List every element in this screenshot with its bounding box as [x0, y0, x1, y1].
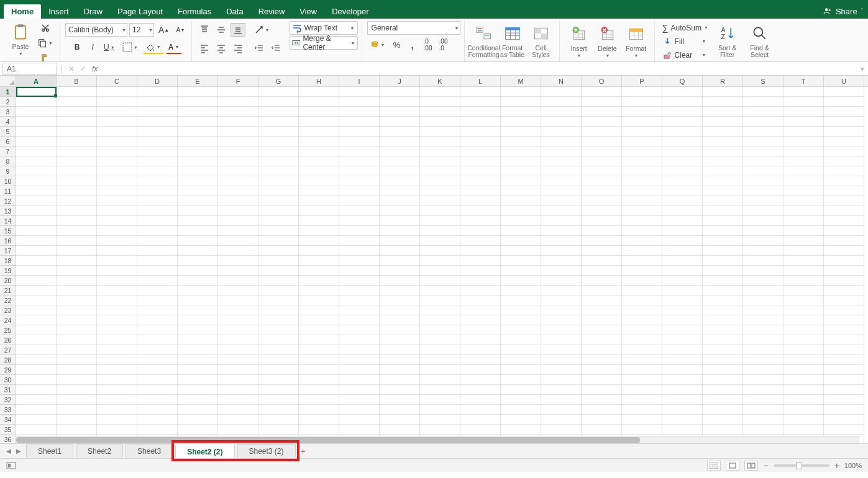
cell[interactable]	[824, 236, 864, 246]
cell[interactable]	[783, 335, 824, 345]
cell[interactable]	[783, 176, 824, 186]
cell[interactable]	[57, 107, 97, 117]
cell-styles-button[interactable]: Cell Styles	[527, 23, 555, 60]
cell[interactable]	[622, 425, 662, 435]
cell[interactable]	[339, 206, 380, 216]
cell[interactable]	[218, 147, 258, 156]
cell[interactable]	[662, 325, 703, 335]
cell[interactable]	[824, 325, 864, 335]
cell[interactable]	[137, 226, 178, 236]
cell[interactable]	[57, 127, 97, 137]
cell[interactable]	[622, 196, 662, 206]
cell[interactable]	[703, 405, 743, 415]
cell[interactable]	[541, 405, 582, 415]
cell[interactable]	[703, 355, 743, 365]
cell[interactable]	[258, 315, 299, 325]
cell[interactable]	[783, 385, 824, 395]
cell[interactable]	[460, 295, 501, 305]
column-header[interactable]: A	[16, 76, 57, 86]
cell[interactable]	[218, 345, 258, 355]
cell[interactable]	[824, 137, 864, 147]
cell[interactable]	[339, 315, 380, 325]
cell[interactable]	[460, 276, 501, 286]
cell[interactable]	[137, 107, 178, 117]
cell[interactable]	[662, 236, 703, 246]
cell[interactable]	[339, 385, 380, 395]
cell[interactable]	[783, 305, 824, 315]
cell[interactable]	[97, 246, 137, 256]
cell[interactable]	[662, 156, 703, 166]
cell[interactable]	[783, 365, 824, 375]
cell[interactable]	[824, 266, 864, 276]
row-header[interactable]: 25	[0, 325, 16, 335]
name-box[interactable]: A1	[2, 63, 57, 75]
cell[interactable]	[137, 147, 178, 156]
increase-indent-button[interactable]	[268, 42, 283, 55]
cell[interactable]	[16, 206, 57, 216]
cell[interactable]	[703, 156, 743, 166]
cell[interactable]	[582, 256, 622, 266]
cell[interactable]	[703, 196, 743, 206]
cell[interactable]	[137, 216, 178, 226]
cell[interactable]	[178, 375, 218, 385]
cell[interactable]	[339, 226, 380, 236]
cell[interactable]	[743, 176, 783, 186]
column-header[interactable]: N	[541, 76, 582, 86]
cell[interactable]	[541, 256, 582, 266]
cell[interactable]	[420, 216, 460, 226]
page-break-view-button[interactable]	[744, 461, 758, 471]
formula-input[interactable]	[101, 62, 857, 75]
sheet-tab[interactable]: Sheet3	[126, 444, 173, 458]
cell[interactable]	[16, 305, 57, 315]
cell[interactable]	[501, 295, 541, 305]
cell[interactable]	[137, 87, 178, 97]
cell[interactable]	[178, 87, 218, 97]
cell[interactable]	[582, 305, 622, 315]
cancel-formula-icon[interactable]: ✕	[66, 65, 77, 73]
cell[interactable]	[582, 425, 622, 435]
cell[interactable]	[299, 216, 339, 226]
cell[interactable]	[662, 295, 703, 305]
cell[interactable]	[703, 206, 743, 216]
cell[interactable]	[460, 415, 501, 425]
cell[interactable]	[218, 425, 258, 435]
cell[interactable]	[299, 266, 339, 276]
cell[interactable]	[743, 266, 783, 276]
cell[interactable]	[420, 246, 460, 256]
cell[interactable]	[218, 375, 258, 385]
cell[interactable]	[783, 256, 824, 266]
cell[interactable]	[339, 156, 380, 166]
cell[interactable]	[258, 415, 299, 425]
cell[interactable]	[16, 176, 57, 186]
cell[interactable]	[380, 385, 420, 395]
cell[interactable]	[622, 405, 662, 415]
cell[interactable]	[460, 97, 501, 107]
cell[interactable]	[178, 256, 218, 266]
zoom-level[interactable]: 100%	[844, 462, 862, 469]
row-header[interactable]: 33	[0, 405, 16, 415]
cell[interactable]	[501, 206, 541, 216]
cell[interactable]	[57, 355, 97, 365]
cell[interactable]	[137, 365, 178, 375]
cell[interactable]	[743, 206, 783, 216]
cell[interactable]	[420, 166, 460, 176]
cell[interactable]	[97, 335, 137, 345]
cell[interactable]	[258, 305, 299, 315]
column-header[interactable]: J	[380, 76, 420, 86]
conditional-formatting-button[interactable]: Conditional Formatting	[470, 23, 498, 60]
row-header[interactable]: 34	[0, 415, 16, 425]
cell[interactable]	[380, 166, 420, 176]
cell[interactable]	[178, 345, 218, 355]
cell[interactable]	[57, 276, 97, 286]
cell[interactable]	[662, 216, 703, 226]
cell[interactable]	[420, 395, 460, 405]
cell[interactable]	[299, 375, 339, 385]
cell[interactable]	[299, 147, 339, 156]
cell[interactable]	[824, 147, 864, 156]
cell[interactable]	[824, 87, 864, 97]
cell[interactable]	[137, 117, 178, 127]
underline-button[interactable]: U▼	[101, 40, 118, 54]
decrease-indent-button[interactable]	[252, 42, 267, 55]
cell[interactable]	[541, 97, 582, 107]
cell[interactable]	[662, 226, 703, 236]
